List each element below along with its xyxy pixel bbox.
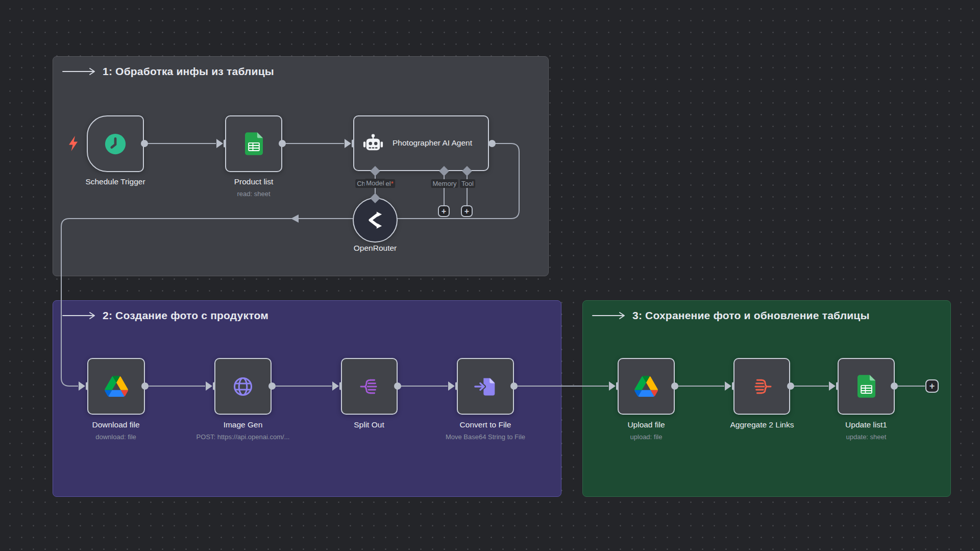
port-label-memory: Memory [431, 179, 458, 188]
node-schedule-trigger[interactable] [87, 115, 144, 172]
node-openrouter-chat-model[interactable] [353, 198, 398, 243]
port-label-chat-model: Chat Model* Model [355, 179, 395, 188]
node-photographer-ai-agent[interactable]: Photographer AI Agent [353, 115, 489, 171]
label-split-out: Split Out [354, 420, 384, 429]
group-1-header: 1: Обработка инфы из таблицы [62, 65, 274, 78]
globe-icon [232, 375, 254, 398]
node-download-file[interactable] [87, 358, 145, 415]
group-2-header: 2: Создание фото с продуктом [62, 309, 268, 322]
label-schedule-trigger: Schedule Trigger [85, 177, 145, 186]
plus-icon: + [929, 381, 935, 391]
google-drive-icon [105, 376, 128, 397]
label-openrouter: OpenRouter [354, 244, 397, 253]
label-product-list: Product list read: sheet [234, 177, 274, 198]
long-arrow-icon [62, 312, 97, 320]
file-import-icon [474, 375, 497, 398]
add-tool-button[interactable]: + [461, 205, 473, 217]
group-3-header: 3: Сохранение фото и обновление таблицы [592, 309, 870, 322]
node-image-gen[interactable] [214, 358, 272, 415]
aggregate-icon [751, 376, 773, 397]
node-update-list1[interactable] [838, 358, 895, 415]
label-image-gen: Image Gen POST: https://api.openai.com/.… [197, 420, 290, 441]
node-split-out[interactable] [341, 358, 398, 415]
label-convert-to-file: Convert to File Move Base64 String to Fi… [446, 420, 525, 441]
plus-icon: + [442, 207, 446, 215]
clock-icon [104, 132, 127, 156]
label-aggregate-2-links: Aggregate 2 Links [730, 420, 794, 429]
long-arrow-icon [592, 312, 627, 320]
label-download-file: Download file download: file [92, 420, 139, 441]
label-upload-file: Upload file upload: file [627, 420, 665, 441]
label-update-list1: Update list1 update: sheet [845, 420, 887, 441]
openrouter-icon [364, 209, 386, 231]
group-1-title: 1: Обработка инфы из таблицы [103, 65, 274, 78]
node-product-list[interactable] [225, 115, 282, 172]
long-arrow-icon [62, 67, 97, 76]
google-drive-icon [634, 376, 658, 397]
add-node-button[interactable]: + [925, 379, 939, 393]
sheets-icon [245, 132, 263, 155]
split-out-icon [359, 376, 380, 397]
group-3-title: 3: Сохранение фото и обновление таблицы [632, 309, 870, 322]
port-label-model-overlap: Model [364, 179, 385, 187]
node-aggregate-2-links[interactable] [733, 358, 790, 415]
plus-icon: + [464, 207, 469, 215]
group-2-title: 2: Создание фото с продуктом [103, 309, 268, 322]
add-memory-button[interactable]: + [438, 205, 450, 217]
port-label-tool: Tool [460, 179, 475, 188]
node-upload-file[interactable] [618, 358, 675, 415]
trigger-lightning-icon [69, 136, 80, 151]
agent-node-title: Photographer AI Agent [393, 138, 474, 148]
sheets-icon [857, 375, 875, 398]
robot-icon [362, 133, 384, 154]
node-convert-to-file[interactable] [457, 358, 514, 415]
